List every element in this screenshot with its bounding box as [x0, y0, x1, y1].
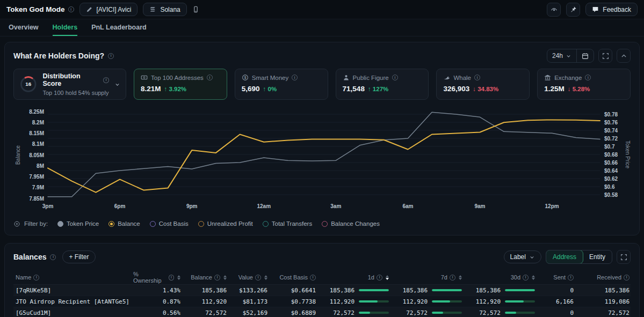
- change-arrow-icon: ↑: [368, 86, 371, 92]
- view-toggle-option[interactable]: Entity: [583, 250, 612, 263]
- filter-by-label: Filter by:: [24, 220, 48, 227]
- info-icon[interactable]: i: [68, 6, 74, 12]
- filter-option-label: Cost Basis: [159, 220, 189, 227]
- calendar-button[interactable]: [577, 49, 594, 62]
- info-icon[interactable]: i: [292, 75, 298, 80]
- change-arrow-icon: ↑: [263, 86, 266, 92]
- info-icon[interactable]: i: [169, 275, 174, 281]
- info-icon[interactable]: i: [214, 275, 220, 281]
- column-header[interactable]: Received i: [575, 274, 631, 281]
- info-icon[interactable]: i: [255, 275, 261, 281]
- info-icon[interactable]: i: [450, 275, 455, 281]
- tab-holders[interactable]: Holders: [53, 19, 78, 36]
- info-icon[interactable]: i: [108, 53, 114, 59]
- info-icon[interactable]: i: [624, 275, 629, 281]
- metric-label: Smart Money: [252, 75, 288, 81]
- column-label: 30d: [511, 274, 520, 281]
- tab-overview[interactable]: Overview: [9, 19, 39, 36]
- filter-option[interactable]: Token Price: [57, 220, 99, 227]
- chevron-down-icon[interactable]: [114, 82, 120, 87]
- info-icon[interactable]: i: [50, 254, 56, 260]
- info-icon[interactable]: i: [207, 75, 213, 80]
- token-select-button[interactable]: [AVICI] Avici: [79, 3, 138, 16]
- metric-card[interactable]: Top 100 Addresses i 8.21M ↑ 3.92%: [134, 69, 227, 100]
- column-header[interactable]: 1d i: [317, 274, 390, 281]
- info-icon[interactable]: i: [392, 75, 398, 80]
- sort-icon[interactable]: [532, 275, 535, 280]
- column-header[interactable]: % Ownership i: [133, 271, 182, 284]
- distribution-score-card[interactable]: 16 Distribution Score i Top 100 hold 54%…: [13, 69, 126, 100]
- info-icon[interactable]: i: [568, 275, 574, 281]
- filter-option[interactable]: Balance: [108, 220, 140, 227]
- tab-pnl-leaderboard[interactable]: PnL Leaderboard: [91, 19, 147, 36]
- ownership-cell: 0.87%: [133, 298, 182, 305]
- metric-change: ↓ 34.83%: [473, 86, 498, 92]
- timeframe-dropdown[interactable]: 24h: [547, 49, 576, 62]
- filter-option[interactable]: Balance Changes: [322, 220, 380, 227]
- info-icon[interactable]: i: [310, 275, 316, 281]
- mobile-icon[interactable]: [192, 6, 199, 13]
- info-icon[interactable]: i: [474, 75, 480, 80]
- table-row[interactable]: JTO Airdrop Recipient [AtANTGe5] 0.87% 1…: [13, 296, 631, 307]
- fullscreen-icon: [620, 254, 627, 261]
- table-row[interactable]: [G5uCud1M] 0.56% 72,572 $52,169 $0.6889 …: [13, 307, 631, 317]
- value-cell: $133,266: [228, 287, 269, 294]
- metric-card[interactable]: Exchange i 1.25M ↓ 5.28%: [537, 69, 631, 100]
- column-label: % Ownership: [133, 271, 167, 284]
- view-toggle-option[interactable]: Address: [546, 250, 583, 264]
- column-label: Value: [238, 274, 253, 281]
- holder-name[interactable]: [7qRUKe5B]: [13, 287, 133, 294]
- column-header[interactable]: Balance i: [182, 274, 228, 281]
- watch-button[interactable]: [547, 3, 561, 17]
- info-icon[interactable]: i: [377, 275, 382, 281]
- app-title-text: Token God Mode: [6, 5, 65, 13]
- chain-select-button[interactable]: Solana: [143, 3, 186, 16]
- sort-icon[interactable]: [223, 275, 227, 280]
- timeframe-value: 24h: [552, 52, 563, 60]
- sort-icon[interactable]: [386, 275, 389, 280]
- add-filter-button[interactable]: + Filter: [62, 250, 95, 263]
- pin-button[interactable]: [566, 3, 580, 17]
- info-icon[interactable]: i: [103, 77, 109, 83]
- 7d-cell: 112,920: [390, 298, 463, 305]
- expand-chart-button[interactable]: [598, 49, 612, 63]
- filter-option[interactable]: Cost Basis: [150, 220, 189, 227]
- radio-dot-icon: [263, 221, 269, 227]
- info-icon[interactable]: i: [523, 275, 529, 281]
- cost-basis-cell: $0.6641: [269, 287, 317, 294]
- table-row[interactable]: [7qRUKe5B] 1.43% 185,386 $133,266 $0.664…: [13, 285, 631, 296]
- svg-text:$: $: [244, 76, 246, 80]
- label-dropdown[interactable]: Label: [504, 250, 541, 263]
- metric-card[interactable]: Public Figure i 71,548 ↑ 127%: [336, 69, 429, 100]
- sort-icon[interactable]: [177, 275, 180, 280]
- filter-option-label: Balance: [118, 220, 140, 227]
- column-header[interactable]: Sent i: [536, 274, 575, 281]
- collapse-panel-button[interactable]: [617, 49, 631, 63]
- svg-text:$0.72: $0.72: [604, 136, 618, 142]
- balances-controls: Label Address Entity: [504, 250, 631, 264]
- filter-options: Token Price Balance Cost Basis Unrealize…: [57, 220, 380, 227]
- holders-chart[interactable]: $0.78$0.76$0.74$0.72$0.7$0.68$0.66$0.64$…: [13, 104, 631, 215]
- tab-label: Overview: [9, 24, 39, 31]
- svg-text:12am: 12am: [257, 203, 271, 209]
- received-cell: 119,086: [575, 298, 631, 305]
- column-header[interactable]: Value i: [228, 274, 269, 281]
- metric-card[interactable]: $ Smart Money i 5,690 ↑ 0%: [235, 69, 328, 100]
- filter-option[interactable]: Unrealized Profit: [198, 220, 253, 227]
- column-header[interactable]: 30d i: [463, 274, 536, 281]
- column-header[interactable]: Cost Basis i: [269, 274, 317, 281]
- column-header[interactable]: Name i: [13, 274, 133, 281]
- info-icon[interactable]: i: [585, 75, 591, 80]
- holder-name[interactable]: JTO Airdrop Recipient [AtANTGe5]: [13, 298, 133, 305]
- svg-text:7.85M: 7.85M: [29, 196, 44, 202]
- sort-icon[interactable]: [459, 275, 462, 280]
- feedback-button[interactable]: Feedback: [585, 3, 638, 16]
- sort-icon[interactable]: [264, 275, 267, 280]
- expand-table-button[interactable]: [617, 250, 631, 264]
- filter-option[interactable]: Total Transfers: [263, 220, 312, 227]
- svg-text:9am: 9am: [474, 203, 485, 209]
- metric-card[interactable]: Whale i 326,903 ↓ 34.83%: [436, 69, 530, 100]
- info-icon[interactable]: i: [33, 275, 39, 281]
- holder-name[interactable]: [G5uCud1M]: [13, 309, 133, 316]
- column-header[interactable]: 7d i: [390, 274, 463, 281]
